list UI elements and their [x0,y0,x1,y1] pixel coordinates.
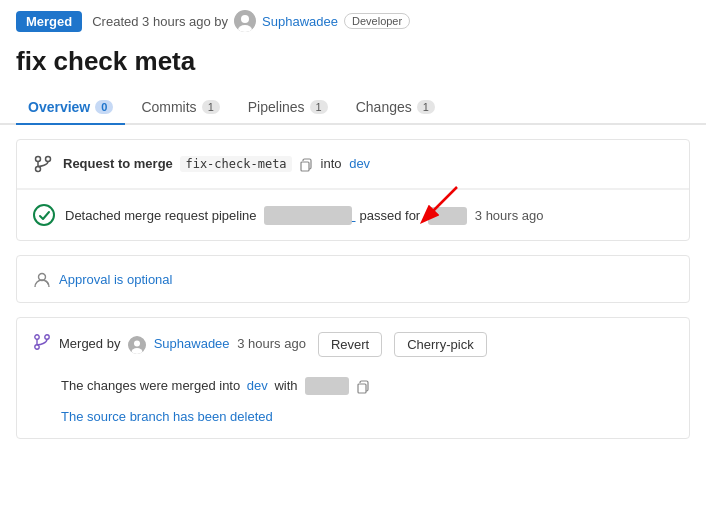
merged-by-author[interactable]: Suphawadee [154,336,230,351]
red-arrow-annotation [387,182,467,235]
copy-branch-icon[interactable] [299,157,316,171]
target-branch[interactable]: dev [349,156,370,171]
merged-by-avatar [128,336,146,354]
pipeline-time: 3 hours ago [475,208,544,223]
top-bar: Merged Created 3 hours ago by Suphawadee… [0,0,706,42]
change-hash [305,377,348,395]
tab-overview-label: Overview [28,99,90,115]
tab-changes[interactable]: Changes 1 [344,91,447,125]
merged-by-row: Merged by Suphawadee 3 hours ago Revert … [17,318,689,371]
svg-point-5 [46,157,51,162]
merged-text: Merged by Suphawadee 3 hours ago [59,336,306,354]
change-note: The changes were merged into dev with [17,371,689,405]
tab-overview-count: 0 [95,100,113,114]
svg-point-14 [134,340,140,346]
cherry-pick-button[interactable]: Cherry-pick [394,332,486,357]
page-title: fix check meta [0,42,706,91]
svg-point-1 [241,15,249,23]
copy-change-icon[interactable] [356,378,370,393]
svg-point-10 [35,335,39,339]
pipeline-row: Detached merge request pipeline passed f… [17,190,689,240]
tab-commits-label: Commits [141,99,196,115]
meta-text: Created 3 hours ago by Suphawadee Develo… [92,10,410,32]
pipeline-label: Detached merge request pipeline [65,208,257,223]
change-target-branch[interactable]: dev [247,378,268,393]
tab-pipelines[interactable]: Pipelines 1 [236,91,340,125]
into-label: into [321,156,342,171]
with-label: with [274,378,297,393]
role-badge: Developer [344,13,410,29]
svg-rect-6 [301,162,309,171]
approval-row: Approval is optional [17,256,689,302]
user-approval-icon [33,270,51,288]
tab-changes-label: Changes [356,99,412,115]
avatar [234,10,256,32]
source-branch: fix-check-meta [180,156,291,172]
pipeline-id [264,206,352,225]
merged-time: 3 hours ago [237,336,306,351]
merge-request-text: Request to merge fix-check-meta into dev [63,156,370,172]
svg-point-12 [45,335,49,339]
approval-text: Approval is optional [59,272,172,287]
pipeline-link[interactable] [264,208,355,223]
merged-badge: Merged [16,11,82,32]
content: Request to merge fix-check-meta into dev [0,139,706,439]
pipeline-status-icon [33,204,55,226]
source-branch-deleted-text: The source branch has been deleted [61,409,273,424]
svg-point-3 [36,157,41,162]
svg-rect-16 [358,384,366,393]
created-text: Created 3 hours ago by [92,14,228,29]
changes-merged-prefix: The changes were merged into [61,378,240,393]
svg-point-9 [47,283,49,285]
revert-button[interactable]: Revert [318,332,382,357]
tab-commits-count: 1 [202,100,220,114]
merge-arrows-icon [33,154,53,174]
tab-pipelines-count: 1 [310,100,328,114]
merge-request-row: Request to merge fix-check-meta into dev [17,140,689,189]
author-link[interactable]: Suphawadee [262,14,338,29]
tabs: Overview 0 Commits 1 Pipelines 1 Changes… [0,91,706,125]
merged-by-section: Merged by Suphawadee 3 hours ago Revert … [16,317,690,439]
tab-changes-count: 1 [417,100,435,114]
tab-commits[interactable]: Commits 1 [129,91,231,125]
tab-pipelines-label: Pipelines [248,99,305,115]
request-to-merge-label: Request to merge [63,156,173,171]
approval-section: Approval is optional [16,255,690,303]
tab-overview[interactable]: Overview 0 [16,91,125,125]
pipeline-text: Detached merge request pipeline passed f… [65,206,543,225]
merge-request-section: Request to merge fix-check-meta into dev [16,139,690,241]
pipeline-section: Detached merge request pipeline passed f… [17,189,689,240]
delete-note: The source branch has been deleted [17,405,689,438]
merged-by-label: Merged by [59,336,120,351]
merge-branch-icon [33,333,51,356]
